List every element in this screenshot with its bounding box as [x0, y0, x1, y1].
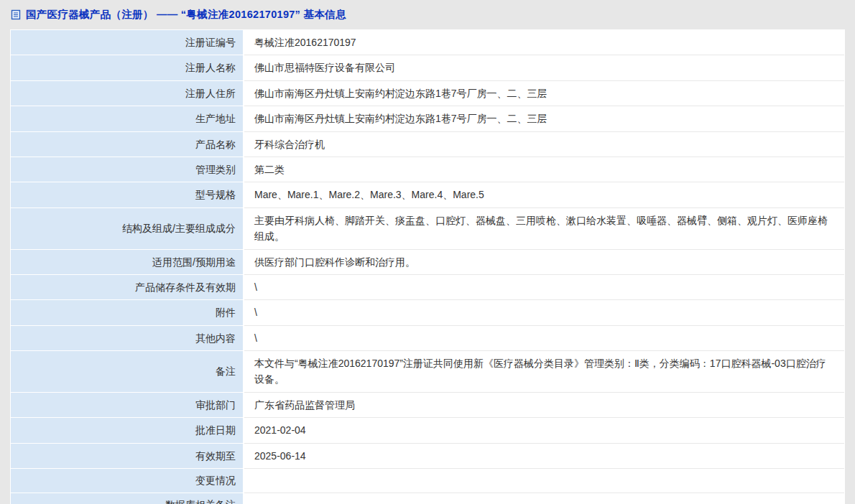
row-label: 有效期至	[11, 444, 244, 469]
table-row: 生产地址佛山市南海区丹灶镇上安南约村淀边东路1巷7号厂房一、二、三层	[11, 106, 844, 131]
row-value: 佛山市思福特医疗设备有限公司	[244, 55, 844, 80]
table-row: 数据库相关备注	[11, 493, 844, 504]
row-label: 注册证编号	[11, 30, 244, 55]
row-value: 供医疗部门口腔科作诊断和治疗用。	[244, 250, 844, 275]
row-value	[244, 493, 844, 504]
table-row: 批准日期2021-02-04	[11, 418, 844, 443]
row-label: 其他内容	[11, 326, 244, 351]
table-row: 型号规格Mare、Mare.1、Mare.2、Mare.3、Mare.4、Mar…	[11, 182, 844, 207]
document-icon	[11, 9, 21, 20]
table-row: 备注本文件与“粤械注准20162170197”注册证共同使用新《医疗器械分类目录…	[11, 351, 844, 393]
row-value: \	[244, 300, 844, 325]
page: 国产医疗器械产品（注册） —— “粤械注准20162170197” 基本信息 注…	[0, 0, 855, 504]
row-label: 审批部门	[11, 393, 244, 418]
row-value: 第二类	[244, 157, 844, 182]
table-row: 其他内容\	[11, 326, 844, 351]
table-row: 附件\	[11, 300, 844, 325]
row-label: 结构及组成/主要组成成分	[11, 208, 244, 250]
row-label: 备注	[11, 351, 244, 393]
row-value: 本文件与“粤械注准20162170197”注册证共同使用新《医疗器械分类目录》管…	[244, 351, 844, 393]
table-row: 适用范围/预期用途供医疗部门口腔科作诊断和治疗用。	[11, 250, 844, 275]
row-value: 佛山市南海区丹灶镇上安南约村淀边东路1巷7号厂房一、二、三层	[244, 81, 844, 106]
table-row: 变更情况	[11, 469, 844, 493]
row-label: 数据库相关备注	[11, 493, 244, 504]
page-title: 国产医疗器械产品（注册） —— “粤械注准20162170197” 基本信息	[26, 8, 346, 22]
table-row: 注册人住所佛山市南海区丹灶镇上安南约村淀边东路1巷7号厂房一、二、三层	[11, 81, 844, 106]
row-label: 附件	[11, 300, 244, 325]
row-label: 型号规格	[11, 182, 244, 207]
row-value: 广东省药品监督管理局	[244, 393, 844, 418]
page-header: 国产医疗器械产品（注册） —— “粤械注准20162170197” 基本信息	[0, 0, 855, 29]
row-value: 牙科综合治疗机	[244, 132, 844, 157]
info-table: 注册证编号粤械注准20162170197注册人名称佛山市思福特医疗设备有限公司注…	[10, 29, 845, 504]
table-row: 注册人名称佛山市思福特医疗设备有限公司	[11, 55, 844, 80]
table-row: 产品名称牙科综合治疗机	[11, 132, 844, 157]
row-value: \	[244, 275, 844, 300]
row-value: 粤械注准20162170197	[244, 30, 844, 55]
row-label: 变更情况	[11, 469, 244, 493]
row-label: 管理类别	[11, 157, 244, 182]
row-label: 适用范围/预期用途	[11, 250, 244, 275]
row-label: 产品名称	[11, 132, 244, 157]
table-row: 结构及组成/主要组成成分主要由牙科病人椅、脚踏开关、痰盂盘、口腔灯、器械盘、三用…	[11, 208, 844, 250]
row-value	[244, 469, 844, 493]
row-value: 2025-06-14	[244, 444, 844, 469]
row-value: 主要由牙科病人椅、脚踏开关、痰盂盘、口腔灯、器械盘、三用喷枪、漱口给水装置、吸唾…	[244, 208, 844, 250]
row-label: 注册人住所	[11, 81, 244, 106]
table-row: 管理类别第二类	[11, 157, 844, 182]
row-value: \	[244, 326, 844, 351]
row-label: 注册人名称	[11, 55, 244, 80]
row-value: 佛山市南海区丹灶镇上安南约村淀边东路1巷7号厂房一、二、三层	[244, 106, 844, 131]
row-label: 批准日期	[11, 418, 244, 443]
row-value: Mare、Mare.1、Mare.2、Mare.3、Mare.4、Mare.5	[244, 182, 844, 207]
table-row: 有效期至2025-06-14	[11, 444, 844, 469]
row-value: 2021-02-04	[244, 418, 844, 443]
table-row: 注册证编号粤械注准20162170197	[11, 30, 844, 55]
table-row: 产品储存条件及有效期\	[11, 275, 844, 300]
row-label: 生产地址	[11, 106, 244, 131]
row-label: 产品储存条件及有效期	[11, 275, 244, 300]
table-row: 审批部门广东省药品监督管理局	[11, 393, 844, 418]
